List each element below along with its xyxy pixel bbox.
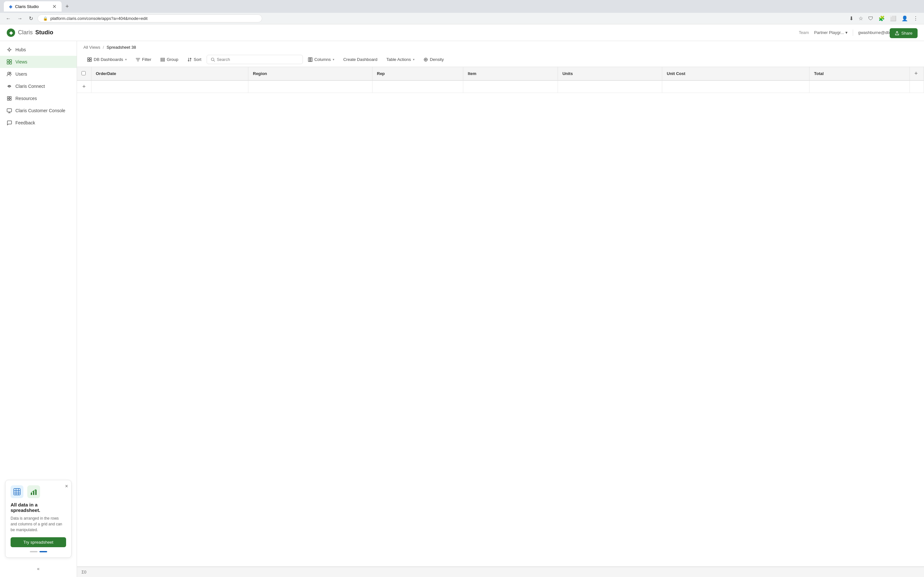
select-all-checkbox[interactable] (81, 71, 86, 75)
tab-title: Claris Studio (15, 4, 39, 9)
group-button[interactable]: Group (157, 55, 182, 64)
sum-value: Σ0 (81, 570, 86, 574)
popup-spreadsheet-icon (11, 485, 23, 498)
try-spreadsheet-button[interactable]: Try spreadsheet (11, 537, 66, 547)
column-header-add[interactable]: + (910, 67, 924, 81)
sidebar-item-claris-customer-console[interactable]: Claris Customer Console (0, 105, 77, 117)
breadcrumb-separator: / (103, 45, 104, 50)
sidebar-item-resources-label: Resources (15, 96, 37, 101)
sidebar-spacer (0, 129, 77, 475)
add-row-button[interactable]: + (82, 83, 86, 90)
sidebar-item-claris-connect[interactable]: Claris Connect (0, 80, 77, 92)
svg-rect-8 (10, 60, 11, 61)
db-dashboards-button[interactable]: DB Dashboards (83, 55, 131, 64)
feedback-icon (6, 120, 12, 126)
nav-actions: ⬇ ☆ 🛡 🧩 ⬜ 👤 ⋮ (847, 14, 920, 23)
app-container: ◆ Claris Studio Team Partner Playgr... ▾… (0, 24, 924, 577)
add-column-button[interactable]: + (914, 70, 918, 77)
empty-cell-3 (372, 81, 463, 93)
bookmark-button[interactable]: ☆ (857, 14, 865, 23)
popup-dot-1 (30, 551, 37, 552)
empty-cell-1 (91, 81, 248, 93)
sort-label: Sort (194, 57, 202, 62)
team-label: Team (799, 30, 809, 35)
table-actions-button[interactable]: Table Actions (383, 55, 418, 64)
svg-rect-7 (7, 60, 9, 61)
forward-button[interactable]: → (15, 15, 24, 23)
main-body: Hubs Views (0, 41, 924, 577)
content-area: Share All Views / Spreadsheet 38 (77, 41, 924, 577)
sort-button[interactable]: Sort (184, 55, 205, 64)
sidebar-item-users[interactable]: Users (0, 68, 77, 80)
svg-rect-35 (161, 61, 165, 61)
sidebar-popup-card: × (5, 480, 71, 558)
url-bar[interactable]: 🔒 platform.claris.com/console/apps?a=404… (37, 15, 262, 23)
svg-rect-38 (309, 58, 310, 61)
layout-button[interactable]: ⬜ (888, 14, 898, 23)
create-dashboard-button[interactable]: Create Dashboard (339, 55, 381, 64)
toolbar: DB Dashboards Filter (83, 52, 918, 67)
data-table: OrderDate Region Rep Item (77, 67, 924, 93)
content-header: All Views / Spreadsheet 38 DB Dashboards (77, 41, 924, 67)
team-chevron-icon: ▾ (845, 30, 848, 35)
svg-rect-27 (33, 491, 34, 495)
console-icon (6, 108, 12, 113)
popup-description: Data is arranged in the rows and columns… (11, 516, 66, 533)
sidebar-item-users-label: Users (15, 71, 27, 77)
browser-nav: ← → ↻ 🔒 platform.claris.com/console/apps… (0, 13, 924, 24)
column-header-total[interactable]: Total (809, 67, 910, 81)
svg-point-12 (10, 72, 11, 73)
sidebar-item-claris-connect-label: Claris Connect (15, 84, 45, 89)
filter-button[interactable]: Filter (132, 55, 155, 64)
profile-button[interactable]: 👤 (900, 14, 910, 23)
team-selector[interactable]: Partner Playgr... ▾ (814, 30, 847, 35)
tab-close-button[interactable]: ✕ (52, 3, 57, 10)
svg-point-2 (8, 49, 10, 51)
popup-close-button[interactable]: × (65, 484, 68, 489)
extensions-button[interactable]: 🧩 (877, 14, 887, 23)
studio-label: Studio (35, 29, 53, 36)
empty-cell-8 (910, 81, 924, 93)
new-tab-button[interactable]: + (64, 2, 70, 11)
column-header-orderdate[interactable]: OrderDate (91, 67, 248, 81)
column-header-units[interactable]: Units (557, 67, 662, 81)
column-header-checkbox[interactable] (77, 67, 91, 81)
sidebar-item-console-label: Claris Customer Console (15, 108, 65, 113)
breadcrumb-all-views[interactable]: All Views (83, 45, 100, 50)
sidebar-collapse-button[interactable]: « (0, 563, 77, 574)
popup-title: All data in a spreadsheet. (11, 502, 66, 513)
column-header-unit-cost[interactable]: Unit Cost (662, 67, 809, 81)
browser-tab[interactable]: ◆ Claris Studio ✕ (4, 1, 61, 11)
svg-rect-34 (161, 59, 165, 60)
svg-rect-39 (310, 58, 310, 61)
security-button[interactable]: 🛡 (866, 14, 875, 23)
empty-cell-4 (463, 81, 558, 93)
search-input[interactable] (217, 57, 299, 62)
density-button[interactable]: Density (420, 55, 447, 64)
sidebar-item-feedback[interactable]: Feedback (0, 117, 77, 129)
column-header-item[interactable]: Item (463, 67, 558, 81)
sidebar-item-hubs-label: Hubs (15, 47, 26, 52)
column-header-region[interactable]: Region (248, 67, 373, 81)
filter-label: Filter (142, 57, 152, 62)
popup-dot-2 (39, 551, 47, 552)
search-bar[interactable] (207, 55, 303, 64)
download-button[interactable]: ⬇ (847, 14, 855, 23)
sidebar-item-views[interactable]: Views (0, 56, 77, 68)
columns-button[interactable]: Columns (304, 55, 338, 64)
row-add-cell[interactable]: + (77, 81, 91, 93)
column-header-rep[interactable]: Rep (372, 67, 463, 81)
menu-button[interactable]: ⋮ (911, 14, 920, 23)
table-header-row: OrderDate Region Rep Item (77, 67, 924, 81)
reload-button[interactable]: ↻ (27, 14, 35, 23)
svg-rect-28 (35, 490, 37, 495)
hub-icon (6, 47, 12, 53)
sidebar-item-resources[interactable]: Resources (0, 92, 77, 105)
tab-favicon: ◆ (9, 4, 13, 9)
table-footer: Σ0 (77, 566, 924, 577)
views-icon (6, 59, 12, 65)
back-button[interactable]: ← (4, 15, 13, 23)
svg-line-37 (213, 60, 214, 61)
sidebar-item-hubs[interactable]: Hubs (0, 44, 77, 56)
search-icon (211, 57, 215, 62)
